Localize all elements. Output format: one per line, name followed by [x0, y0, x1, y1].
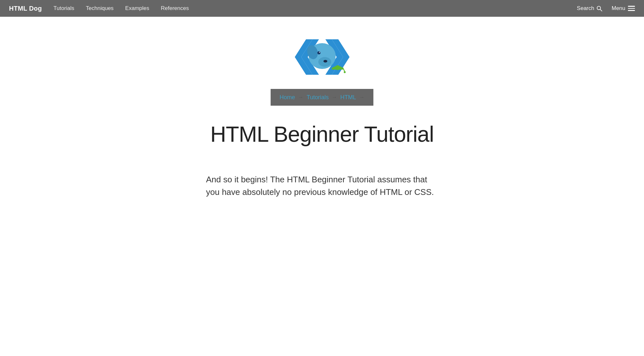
svg-point-15 — [344, 71, 346, 73]
breadcrumb-arrow-2: → — [332, 94, 337, 100]
svg-point-11 — [323, 60, 327, 63]
main-content: Home → Tutorials → HTML → HTML Beginner … — [0, 17, 644, 198]
svg-point-9 — [317, 51, 321, 54]
search-icon — [596, 5, 602, 12]
breadcrumb-tutorials[interactable]: Tutorials — [307, 94, 329, 101]
menu-button[interactable]: Menu — [611, 5, 635, 12]
breadcrumb-html[interactable]: HTML — [340, 94, 356, 101]
nav-links: Tutorials Techniques Examples References — [53, 5, 577, 12]
breadcrumb-arrow-3: → — [359, 94, 364, 100]
nav-link-tutorials[interactable]: Tutorials — [53, 5, 74, 12]
page-description: And so it begins! The HTML Beginner Tuto… — [206, 173, 438, 198]
nav-right: Search Menu — [577, 5, 635, 12]
breadcrumb: Home → Tutorials → HTML → — [271, 89, 373, 106]
svg-point-10 — [319, 52, 320, 53]
logo-svg — [287, 33, 358, 81]
site-logo — [287, 33, 358, 81]
svg-line-14 — [343, 68, 345, 72]
breadcrumb-arrow-1: → — [298, 94, 303, 100]
nav-link-examples[interactable]: Examples — [125, 5, 149, 12]
page-title: HTML Beginner Tutorial — [210, 121, 434, 148]
hamburger-icon — [628, 6, 635, 11]
navbar: HTML Dog Tutorials Techniques Examples R… — [0, 0, 644, 17]
svg-line-1 — [600, 9, 602, 11]
menu-label: Menu — [611, 5, 625, 12]
site-brand[interactable]: HTML Dog — [9, 5, 42, 12]
nav-link-techniques[interactable]: Techniques — [86, 5, 114, 12]
nav-link-references[interactable]: References — [161, 5, 189, 12]
search-button[interactable]: Search — [577, 5, 603, 12]
search-label: Search — [577, 5, 594, 12]
breadcrumb-home[interactable]: Home — [280, 94, 295, 101]
